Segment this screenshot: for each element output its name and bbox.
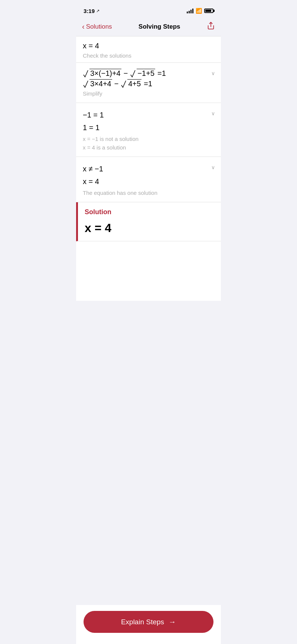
solution-title: Solution [85, 208, 214, 216]
chevron-left-icon: ‹ [82, 22, 85, 31]
back-button[interactable]: ‹ Solutions [82, 22, 112, 31]
final-exclude-section[interactable]: ∨ x ≠ −1 x = 4 The equation has one solu… [76, 157, 221, 202]
sqrt-line-2: 3×4+4 − 4+5 =1 [83, 79, 206, 88]
sqrt-line-1: 3×(−1)+4 − −1+5 =1 [83, 69, 206, 78]
battery-icon [204, 9, 213, 13]
status-time: 3:19 [84, 8, 95, 14]
sqrt-symbol-1 [83, 70, 89, 78]
content-area: x = 4 Check the solutions ∨ 3×(−1)+4 − −… [76, 36, 221, 301]
solution-section: Solution x = 4 [76, 202, 221, 241]
location-arrow-icon: ↗ [96, 9, 99, 13]
wifi-icon: 📶 [196, 8, 202, 14]
bottom-spacer [76, 241, 221, 301]
share-button[interactable] [207, 22, 215, 32]
check-solutions-label: Check the solutions [83, 52, 214, 59]
x4-section: x = 4 Check the solutions [76, 36, 221, 63]
is-solution-note: x = 4 is a solution [83, 144, 206, 151]
status-bar: 3:19 ↗ 📶 [76, 0, 221, 19]
equality-line-2: 1 = 1 [83, 122, 206, 133]
signal-icon [187, 9, 193, 13]
one-solution-label: The equation has one solution [83, 190, 206, 196]
page-title: Solving Steps [138, 23, 180, 30]
chevron-down-icon: ∨ [211, 70, 215, 76]
sqrt-symbol-4 [121, 80, 127, 88]
chevron-down-icon-2: ∨ [211, 110, 215, 116]
not-solution-note: x = −1 is not a solution [83, 136, 206, 142]
chevron-down-icon-3: ∨ [211, 164, 215, 170]
x4-value: x = 4 [83, 42, 214, 50]
sqrt-check-section[interactable]: ∨ 3×(−1)+4 − −1+5 =1 [76, 63, 221, 103]
back-label: Solutions [86, 23, 112, 30]
solution-value: x = 4 [85, 221, 214, 235]
simplify-label: Simplify [83, 90, 206, 97]
status-icons: 📶 [187, 8, 213, 14]
equality-line-1: −1 = 1 [83, 109, 206, 121]
nav-bar: ‹ Solutions Solving Steps [76, 19, 221, 36]
x4-final-line: x = 4 [83, 176, 206, 187]
equality-section[interactable]: ∨ −1 = 1 1 = 1 x = −1 is not a solution … [76, 103, 221, 157]
sqrt-symbol-3 [83, 80, 89, 88]
not-equal-line: x ≠ −1 [83, 163, 206, 175]
sqrt-symbol-2 [130, 70, 136, 78]
